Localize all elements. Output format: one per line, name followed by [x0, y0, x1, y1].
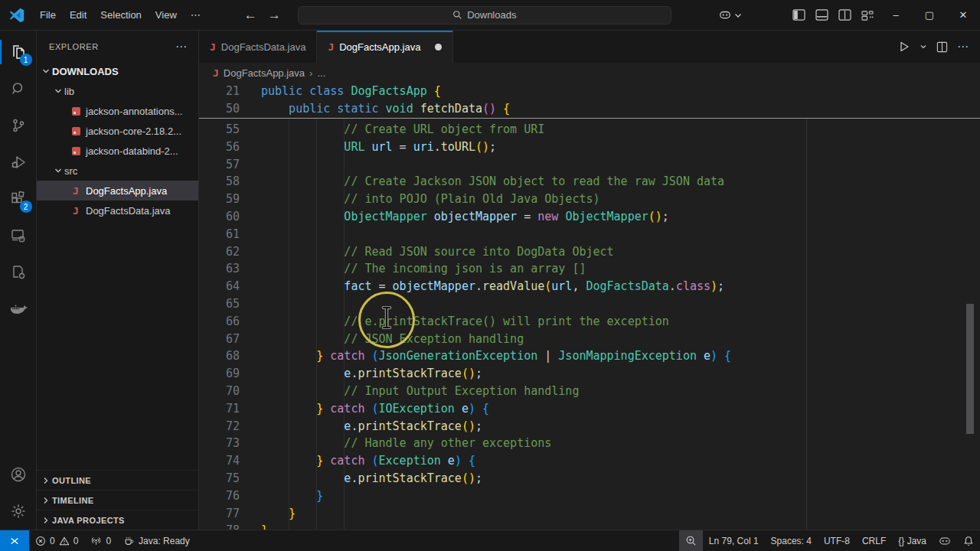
code-content[interactable]: 55 // Create URL object from URI56 URL u…	[199, 119, 980, 530]
code-line-69[interactable]: 69 e.printStackTrace();	[199, 365, 980, 383]
breadcrumb-symbol[interactable]: ...	[317, 67, 325, 79]
nav-back-button[interactable]: ←	[244, 8, 257, 23]
code-line-58[interactable]: 58 // Create Jackson JSON object to read…	[199, 173, 980, 191]
code-line-65[interactable]: 65	[199, 295, 980, 313]
language-mode[interactable]: {} Java	[892, 530, 933, 551]
toggle-primary-sidebar-button[interactable]	[787, 5, 810, 25]
section-java-projects[interactable]: JAVA PROJECTS	[37, 510, 198, 530]
code-line-70[interactable]: 70 // Input Output Exception handling	[199, 383, 980, 400]
tree-item-dogfactsdata-java[interactable]: JDogFactsData.java	[37, 201, 198, 220]
code-line-66[interactable]: 66 // e.printStackTrace() will print the…	[199, 312, 980, 330]
tab-dogfactsdata[interactable]: J DogFactsData.java	[199, 31, 317, 63]
breadcrumb-chevron-icon: ›	[309, 67, 312, 79]
code-line-72[interactable]: 72 e.printStackTrace();	[199, 417, 980, 435]
window-minimize-button[interactable]: –	[879, 0, 913, 30]
source-control-icon[interactable]	[0, 107, 37, 144]
tree-item-dogfactsapp-java[interactable]: JDogFactsApp.java	[37, 181, 198, 201]
problems-indicator[interactable]: 0 0	[29, 530, 84, 551]
copilot-status[interactable]	[933, 530, 957, 551]
run-debug-icon[interactable]	[0, 144, 37, 181]
tree-item-jackson-core-2-18-2-[interactable]: jackson-core-2.18.2...	[37, 121, 198, 141]
menu-selection[interactable]: Selection	[93, 6, 148, 24]
code-line-76[interactable]: 76 }	[199, 487, 980, 504]
eol-setting[interactable]: CRLF	[856, 530, 892, 551]
code-editor[interactable]: 21public class DogFactsApp {50 public st…	[199, 83, 980, 530]
command-center-search[interactable]: Downloads	[298, 6, 671, 24]
toggle-secondary-sidebar-button[interactable]	[833, 5, 856, 25]
tab-label: DogFactsData.java	[221, 41, 306, 53]
code-line-59[interactable]: 59 // into POJO (Plain Old Java Objects)	[199, 191, 980, 208]
code-line-64[interactable]: 64 fact = objectMapper.readValue(url, Do…	[199, 278, 980, 295]
tree-item-downloads-root[interactable]: DOWNLOADS	[37, 61, 198, 81]
run-java-button[interactable]	[895, 37, 913, 56]
customize-layout-button[interactable]	[856, 5, 879, 25]
toggle-panel-button[interactable]	[810, 5, 833, 25]
explorer-icon[interactable]: 1	[0, 34, 37, 70]
notifications-bell[interactable]	[957, 530, 980, 551]
breadcrumb-file[interactable]: DogFactsApp.java	[224, 67, 305, 79]
menu-view[interactable]: View	[149, 6, 184, 24]
sticky-scroll[interactable]: 21public class DogFactsApp {50 public st…	[199, 83, 980, 119]
section-outline[interactable]: OUTLINE	[37, 470, 198, 490]
code-line-55[interactable]: 55 // Create URL object from URI	[199, 121, 980, 139]
code-line-74[interactable]: 74 } catch (Exception e) {	[199, 452, 980, 470]
tree-item-jackson-databind-2-[interactable]: jackson-databind-2...	[37, 141, 198, 161]
tab-label: DogFactsApp.java	[339, 41, 420, 53]
code-line-21[interactable]: 21public class DogFactsApp {	[199, 83, 980, 100]
accounts-icon[interactable]	[0, 456, 37, 493]
explorer-more-actions-button[interactable]: ⋯	[175, 40, 188, 54]
code-line-60[interactable]: 60 ObjectMapper objectMapper = new Objec…	[199, 208, 980, 226]
code-line-50[interactable]: 50 public static void fetchData() {	[199, 100, 980, 118]
modified-dot-icon[interactable]	[435, 44, 442, 51]
section-timeline[interactable]: TIMELINE	[37, 490, 198, 510]
search-view-icon[interactable]	[0, 70, 37, 107]
line-number: 77	[199, 507, 261, 520]
line-number: 63	[199, 262, 261, 276]
encoding-setting[interactable]: UTF-8	[818, 530, 856, 551]
indentation-setting[interactable]: Spaces: 4	[765, 530, 818, 551]
code-line-62[interactable]: 62 // Read JSON source into DogData Obje…	[199, 243, 980, 260]
code-line-56[interactable]: 56 URL url = uri.toURL();	[199, 138, 980, 155]
editor-more-actions-button[interactable]: ⋯	[954, 37, 972, 57]
run-dropdown-chevron-icon[interactable]	[916, 40, 930, 54]
ports-indicator[interactable]: 0	[84, 530, 117, 551]
menu-edit[interactable]: Edit	[63, 6, 93, 24]
tree-item-lib[interactable]: lib	[37, 81, 198, 101]
editor-scrollbar[interactable]	[966, 304, 974, 434]
file-label: jackson-core-2.18.2...	[86, 126, 181, 137]
menu-more-button[interactable]: ⋯	[184, 6, 207, 24]
nav-forward-button[interactable]: →	[268, 8, 281, 23]
line-text: URL url = uri.toURL();	[261, 140, 496, 154]
code-line-61[interactable]: 61	[199, 225, 980, 243]
line-number: 59	[199, 192, 261, 206]
java-status[interactable]: Java: Ready	[117, 530, 196, 551]
code-line-73[interactable]: 73 // Handle any other exceptions	[199, 435, 980, 452]
copilot-menu[interactable]	[718, 8, 743, 22]
code-line-78[interactable]: 78}	[199, 522, 980, 530]
remote-indicator[interactable]	[0, 530, 29, 551]
code-line-75[interactable]: 75 e.printStackTrace();	[199, 470, 980, 487]
tree-item-src[interactable]: src	[37, 161, 198, 181]
code-line-71[interactable]: 71 } catch (IOException e) {	[199, 399, 980, 417]
menu-file[interactable]: File	[33, 6, 63, 24]
code-line-68[interactable]: 68 } catch (JsonGenerationException | Js…	[199, 347, 980, 365]
code-line-77[interactable]: 77 }	[199, 504, 980, 522]
window-close-button[interactable]: ✕	[946, 0, 980, 30]
settings-gear-icon[interactable]	[0, 493, 37, 530]
remote-explorer-icon[interactable]	[0, 217, 37, 254]
split-editor-button[interactable]	[933, 38, 951, 56]
cursor-position[interactable]: Ln 79, Col 1	[703, 530, 765, 551]
code-line-63[interactable]: 63 // The incoming json is an array []	[199, 260, 980, 278]
zoom-indicator[interactable]	[679, 530, 703, 551]
breadcrumb: J DogFactsApp.java › ...	[199, 63, 980, 83]
java-projects-icon[interactable]	[0, 254, 37, 291]
sidebar-sections: OUTLINETIMELINEJAVA PROJECTS	[37, 470, 198, 530]
extensions-icon[interactable]: 2	[0, 181, 37, 217]
code-line-57[interactable]: 57	[199, 155, 980, 173]
tab-dogfactsapp[interactable]: J DogFactsApp.java	[317, 31, 453, 63]
window-maximize-button[interactable]: ▢	[913, 0, 946, 30]
code-line-67[interactable]: 67 // JSON Exception handling	[199, 330, 980, 347]
docker-icon[interactable]	[0, 291, 37, 328]
zoom-in-icon	[685, 535, 697, 546]
tree-item-jackson-annotations-[interactable]: jackson-annotations...	[37, 101, 198, 121]
